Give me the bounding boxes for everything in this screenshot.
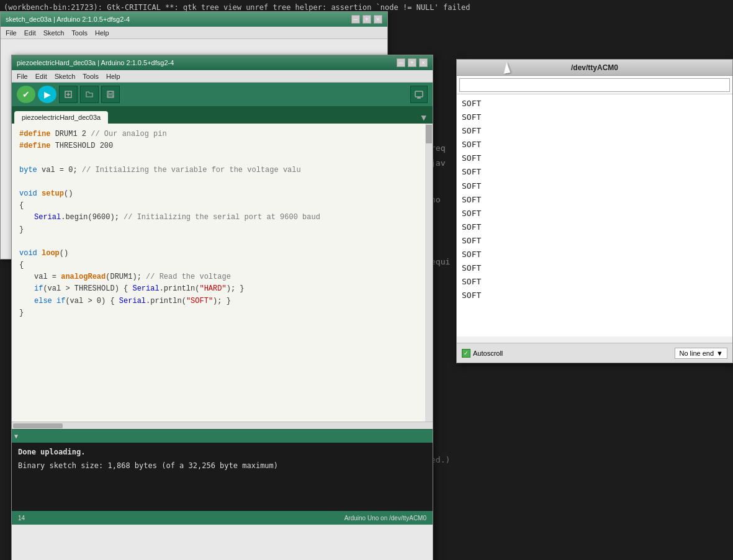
menu-tools-2[interactable]: Tools xyxy=(83,73,99,80)
minimize-button-2[interactable]: ─ xyxy=(397,58,405,67)
code-line-7: } xyxy=(19,224,425,236)
h-scroll-thumb[interactable] xyxy=(13,423,63,428)
line-ending-label: No line end xyxy=(679,350,714,357)
serial-output: SOFT SOFT SOFT SOFT SOFT SOFT SOFT SOFT … xyxy=(457,94,732,336)
window2-controls[interactable]: ─ + × xyxy=(397,58,428,67)
menu-sketch-2[interactable]: Sketch xyxy=(55,73,76,80)
code-line-2: #define THRESHOLD 200 xyxy=(19,140,425,152)
serial-input-bar xyxy=(457,76,732,94)
code-line-6: Serial.begin(9600); // Initializing the … xyxy=(19,212,425,224)
code-line-4: void setup() xyxy=(19,188,425,200)
serial-line-9: SOFT xyxy=(462,207,727,220)
scroll-thumb[interactable] xyxy=(426,125,432,143)
serial-monitor-title: /dev/ttyACM0 xyxy=(571,63,618,72)
serial-monitor-window: /dev/ttyACM0 SOFT SOFT SOFT SOFT SOFT SO… xyxy=(456,59,733,363)
autoscroll-label: Autoscroll xyxy=(473,350,503,357)
code-line-blank-1 xyxy=(19,152,425,164)
menu-help-2[interactable]: Help xyxy=(106,73,120,80)
serial-line-13: SOFT xyxy=(462,261,727,275)
menu-file-2[interactable]: File xyxy=(17,73,28,80)
serial-line-11: SOFT xyxy=(462,234,727,248)
tab-main[interactable]: piezoelectricHard_dec03a xyxy=(14,111,108,124)
code-line-blank-2 xyxy=(19,176,425,188)
toolbar: ✔ ▶ xyxy=(12,83,433,106)
code-line-blank-3 xyxy=(19,236,425,248)
output-panel-header: ▼ xyxy=(12,429,433,443)
code-line-13: } xyxy=(19,307,425,319)
menu-tools-1[interactable]: Tools xyxy=(71,29,88,37)
serial-line-14: SOFT xyxy=(462,275,727,289)
serial-line-12: SOFT xyxy=(462,248,727,261)
serial-monitor-button[interactable] xyxy=(410,86,428,103)
window2-title: piezoelectricHard_dec03a | Arduino 2:1.0… xyxy=(17,59,174,66)
autoscroll-control[interactable]: ✓ Autoscroll xyxy=(462,349,503,358)
serial-line-15: SOFT xyxy=(462,289,727,302)
tab-label: piezoelectricHard_dec03a xyxy=(22,114,101,121)
code-line-3: byte val = 0; // Initializing the variab… xyxy=(19,165,425,176)
new-button[interactable] xyxy=(59,86,78,103)
status-bar: 14 Arduino Uno on /dev/ttyACM0 xyxy=(12,511,433,525)
serial-monitor-footer: ✓ Autoscroll No line end ▼ xyxy=(457,343,732,363)
code-line-12: else if(val > 0) { Serial.println("SOFT"… xyxy=(19,296,425,307)
serial-line-4: SOFT xyxy=(462,138,727,151)
svg-rect-6 xyxy=(415,91,423,97)
code-line-8: void loop() xyxy=(19,248,425,260)
editor-scrollbar[interactable] xyxy=(425,124,433,422)
upload-status: Done uploading. xyxy=(18,446,426,458)
open-button[interactable] xyxy=(80,86,99,103)
maximize-button-1[interactable]: + xyxy=(362,15,371,24)
serial-line-6: SOFT xyxy=(462,165,727,179)
serial-line-1: SOFT xyxy=(462,97,727,111)
board-info: Arduino Uno on /dev/ttyACM0 xyxy=(344,515,426,522)
menu-edit-1[interactable]: Edit xyxy=(24,29,36,37)
tab-dropdown[interactable]: ▼ xyxy=(418,111,430,124)
code-line-1: #define DRUM1 2 // Our analog pin xyxy=(19,129,425,140)
code-editor[interactable]: #define DRUM1 2 // Our analog pin #defin… xyxy=(12,124,433,422)
close-button-1[interactable]: × xyxy=(374,15,382,24)
code-line-9: { xyxy=(19,260,425,271)
window1-menubar: File Edit Sketch Tools Help xyxy=(1,27,387,39)
window1-controls[interactable]: ─ + × xyxy=(351,15,382,24)
menu-help-1[interactable]: Help xyxy=(95,29,109,37)
binary-size: Binary sketch size: 1,868 bytes (of a 32… xyxy=(18,460,426,471)
menu-sketch-1[interactable]: Sketch xyxy=(43,29,65,37)
code-line-11: if(val > THRESHOLD) { Serial.println("HA… xyxy=(19,283,425,295)
serial-line-3: SOFT xyxy=(462,124,727,138)
menu-edit-2[interactable]: Edit xyxy=(35,73,47,80)
line-ending-dropdown-icon[interactable]: ▼ xyxy=(716,350,723,357)
code-line-10: val = analogRead(DRUM1); // Read the vol… xyxy=(19,271,425,283)
arduino-window-2: piezoelectricHard_dec03a | Arduino 2:1.0… xyxy=(11,55,433,560)
window2-titlebar: piezoelectricHard_dec03a | Arduino 2:1.0… xyxy=(12,55,433,70)
serial-line-10: SOFT xyxy=(462,220,727,234)
horizontal-scrollbar[interactable] xyxy=(12,422,433,429)
window1-title: sketch_dec03a | Arduino 2:1.0.5+dfsg2-4 xyxy=(6,16,130,23)
svg-rect-5 xyxy=(108,95,113,97)
close-button-2[interactable]: × xyxy=(419,58,428,67)
autoscroll-checkbox[interactable]: ✓ xyxy=(462,349,470,358)
output-panel-label: ▼ xyxy=(14,433,18,440)
tab-bar: piezoelectricHard_dec03a ▼ xyxy=(12,106,433,124)
line-ending-select[interactable]: No line end ▼ xyxy=(675,348,727,359)
svg-rect-4 xyxy=(109,91,112,94)
maximize-button-2[interactable]: + xyxy=(408,58,416,67)
serial-line-2: SOFT xyxy=(462,111,727,124)
window1-titlebar: sketch_dec03a | Arduino 2:1.0.5+dfsg2-4 … xyxy=(1,12,387,27)
minimize-button-1[interactable]: ─ xyxy=(351,15,360,24)
menu-file-1[interactable]: File xyxy=(6,29,17,37)
verify-button[interactable]: ✔ xyxy=(17,86,35,103)
serial-line-8: SOFT xyxy=(462,193,727,207)
line-number: 14 xyxy=(18,515,25,522)
serial-input-field[interactable] xyxy=(459,78,730,92)
serial-line-7: SOFT xyxy=(462,179,727,193)
save-button[interactable] xyxy=(101,86,120,103)
serial-monitor-titlebar: /dev/ttyACM0 xyxy=(457,60,732,76)
upload-button[interactable]: ▶ xyxy=(38,86,56,103)
code-line-5: { xyxy=(19,200,425,212)
window2-menubar: File Edit Sketch Tools Help xyxy=(12,70,433,83)
output-area: Done uploading. Binary sketch size: 1,86… xyxy=(12,443,433,511)
serial-line-5: SOFT xyxy=(462,151,727,165)
